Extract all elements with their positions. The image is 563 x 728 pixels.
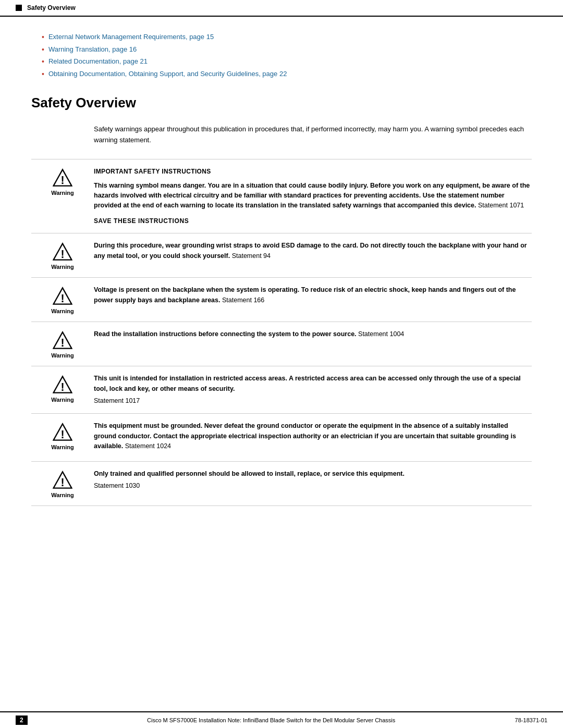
- warning-content-5: This unit is intended for installation i…: [94, 374, 532, 406]
- toc-link-4[interactable]: Obtaining Documentation, Obtaining Suppo…: [48, 69, 287, 79]
- warning-block-2: ! Warning During this procedure, wear gr…: [31, 233, 532, 277]
- svg-text:!: !: [60, 381, 64, 393]
- warning-label-5: Warning: [51, 397, 74, 403]
- warning-body-1: This warning symbol means danger. You ar…: [94, 181, 532, 211]
- warning-content-6: This equipment must be grounded. Never d…: [94, 421, 532, 453]
- footer-right: 78-18371-01: [515, 717, 547, 723]
- warning-label-3: Warning: [51, 308, 74, 314]
- warning-icon-col-7: ! Warning: [31, 469, 94, 498]
- page-number: 2: [16, 715, 28, 725]
- warning-body-7: Only trained and qualified personnel sho…: [94, 469, 532, 479]
- warning-body-2: During this procedure, wear grounding wr…: [94, 241, 532, 261]
- warning-subhead-1: Important Safety Instructions: [94, 167, 532, 177]
- footer-left: 2: [16, 715, 28, 725]
- toc-link-1[interactable]: External Network Management Requirements…: [48, 32, 214, 42]
- warning-icon-col-5: ! Warning: [31, 374, 94, 403]
- warning-icon-col-4: ! Warning: [31, 329, 94, 359]
- warning-label-2: Warning: [51, 264, 74, 270]
- svg-text:!: !: [60, 428, 64, 441]
- bottom-bar: 2 Cisco M SFS7000E Installation Note: In…: [0, 711, 563, 728]
- warning-content-7: Only trained and qualified personnel sho…: [94, 469, 532, 491]
- warning-content-4: Read the installation instructions befor…: [94, 329, 532, 341]
- warning-triangle-icon-3: !: [53, 286, 72, 306]
- warning-icon-col-3: ! Warning: [31, 285, 94, 314]
- section-heading: Safety Overview: [31, 95, 532, 114]
- page-container: Safety Overview External Network Managem…: [0, 0, 563, 728]
- toc-item-2[interactable]: Warning Translation, page 16: [42, 45, 532, 55]
- warning-icon-col-2: ! Warning: [31, 241, 94, 270]
- top-bar: Safety Overview: [0, 0, 563, 17]
- top-bar-square: [16, 5, 22, 11]
- warning-content-1: Important Safety Instructions This warni…: [94, 167, 532, 226]
- warning-label-7: Warning: [51, 492, 74, 498]
- warning-label-6: Warning: [51, 444, 74, 450]
- warning-block-3: ! Warning Voltage is present on the back…: [31, 277, 532, 322]
- warning-body-4: Read the installation instructions befor…: [94, 329, 532, 339]
- warning-block-5: ! Warning This unit is intended for inst…: [31, 366, 532, 413]
- warning-icon-col-1: ! Warning: [31, 167, 94, 196]
- warning-icon-col-6: ! Warning: [31, 421, 94, 450]
- warning-content-3: Voltage is present on the backplane when…: [94, 285, 532, 307]
- main-content: External Network Management Requirements…: [0, 17, 563, 537]
- intro-paragraph: Safety warnings appear throughout this p…: [94, 124, 532, 146]
- warning-body-3: Voltage is present on the backplane when…: [94, 285, 532, 305]
- toc-link-2[interactable]: Warning Translation, page 16: [48, 45, 137, 54]
- svg-text:!: !: [60, 174, 64, 187]
- svg-text:!: !: [60, 337, 64, 349]
- svg-text:!: !: [60, 476, 64, 488]
- svg-text:!: !: [60, 292, 64, 305]
- warning-body-6: This equipment must be grounded. Never d…: [94, 421, 532, 451]
- toc-item-3[interactable]: Related Documentation, page 21: [42, 57, 532, 67]
- warning-block-7: ! Warning Only trained and qualified per…: [31, 461, 532, 505]
- toc-item-4[interactable]: Obtaining Documentation, Obtaining Suppo…: [42, 69, 532, 80]
- warning-body-5: This unit is intended for installation i…: [94, 374, 532, 394]
- warning-triangle-icon-1: !: [53, 168, 72, 188]
- warning-triangle-icon-6: !: [53, 422, 72, 442]
- warning-save-1: Save These Instructions: [94, 216, 532, 226]
- svg-text:!: !: [60, 248, 64, 261]
- toc-list: External Network Management Requirements…: [31, 32, 532, 79]
- warning-triangle-icon-4: !: [53, 330, 72, 350]
- footer-center: Cisco M SFS7000E Installation Note: Infi…: [28, 717, 515, 723]
- warning-triangle-icon-2: !: [53, 242, 72, 262]
- warning-content-2: During this procedure, wear grounding wr…: [94, 241, 532, 263]
- toc-item-1[interactable]: External Network Management Requirements…: [42, 32, 532, 43]
- warning-triangle-icon-7: !: [53, 470, 72, 490]
- warning-block-4: ! Warning Read the installation instruct…: [31, 322, 532, 366]
- top-bar-title: Safety Overview: [27, 4, 76, 11]
- warning-block-6: ! Warning This equipment must be grounde…: [31, 413, 532, 461]
- toc-link-3[interactable]: Related Documentation, page 21: [48, 57, 148, 66]
- warning-triangle-icon-5: !: [53, 375, 72, 394]
- warning-label-4: Warning: [51, 352, 74, 359]
- warning-label-1: Warning: [51, 190, 74, 196]
- warning-block-1: ! Warning Important Safety Instructions …: [31, 159, 532, 233]
